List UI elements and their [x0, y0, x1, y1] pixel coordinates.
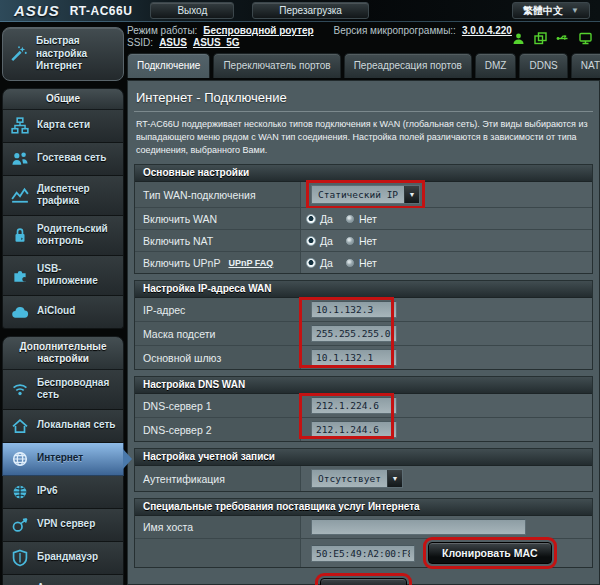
- sidebar-group-general: Общие Карта сети Гостевая сеть Диспетчер…: [2, 88, 124, 329]
- language-selector[interactable]: 繁體中文 ▼: [512, 2, 590, 19]
- reboot-button[interactable]: Перезагрузка: [252, 2, 369, 19]
- vpn-icon: [10, 516, 30, 534]
- chevron-down-icon: ▼: [387, 470, 402, 487]
- chevron-down-icon: ▼: [404, 186, 419, 203]
- nat-enable-no-radio[interactable]: Нет: [345, 235, 377, 247]
- wan-type-label: Тип WAN-подключения: [135, 182, 301, 207]
- radio-selected-icon: [306, 258, 316, 268]
- radio-unselected-icon: [345, 236, 355, 246]
- ssid-label: SSID:: [127, 37, 153, 48]
- wan-enable-label: Включить WAN: [135, 208, 301, 229]
- tab-bar: Подключение Переключатель портов Переадр…: [127, 53, 600, 78]
- router-model: RT-AC66U: [70, 4, 133, 18]
- magic-wand-icon: [9, 45, 29, 63]
- wifi-icon: [10, 380, 30, 398]
- clients-status-icon[interactable]: [512, 32, 525, 45]
- sidebar-item-guest-network[interactable]: Гостевая сеть: [2, 143, 124, 176]
- mac-address-input[interactable]: [311, 545, 415, 562]
- nat-enable-yes-radio[interactable]: Да: [306, 235, 333, 247]
- ssid-5g-link[interactable]: ASUS_5G: [193, 37, 240, 48]
- radio-unselected-icon: [345, 258, 355, 268]
- upnp-enable-no-radio[interactable]: Нет: [345, 257, 377, 269]
- hostname-input[interactable]: [311, 519, 526, 535]
- upnp-faq-link[interactable]: UPnP FAQ: [228, 258, 273, 268]
- ssid-24g-link[interactable]: ASUS: [159, 37, 187, 48]
- wan-type-select[interactable]: Статический IP ▼: [311, 185, 420, 204]
- firmware-version-link[interactable]: 3.0.0.4.220: [462, 25, 512, 36]
- sidebar-item-lan[interactable]: Локальная сеть: [2, 410, 124, 443]
- upnp-enable-radio-group: Да Нет: [306, 257, 377, 269]
- shield-icon: [10, 549, 30, 567]
- sidebar-item-administration[interactable]: Администри-рование: [2, 575, 124, 585]
- logout-button[interactable]: Выход: [150, 2, 234, 19]
- clone-mac-button[interactable]: Клонировать MAC: [428, 542, 552, 564]
- ip-address-input[interactable]: [311, 301, 397, 318]
- radio-unselected-icon: [345, 214, 355, 224]
- sidebar-item-firewall[interactable]: Брандмауэр: [2, 542, 124, 575]
- ipv6-globe-icon: [10, 483, 30, 501]
- dns2-label: DNS-сервер 2: [135, 418, 301, 441]
- quick-setup-button[interactable]: Быстрая настройка Интернет: [2, 27, 124, 81]
- section-basic-settings: Основные настройки Тип WAN-подключения С…: [134, 164, 593, 274]
- section-header-wan-ip: Настройка IP-адреса WAN: [135, 281, 592, 298]
- sidebar-item-network-map[interactable]: Карта сети: [2, 110, 124, 143]
- tab-ddns[interactable]: DDNS: [519, 53, 567, 78]
- radio-selected-icon: [306, 214, 316, 224]
- chevron-down-icon: ▼: [571, 6, 579, 15]
- upnp-enable-label: Включить UPnP: [143, 257, 220, 269]
- asus-logo: ASUS: [14, 2, 60, 19]
- house-icon: [10, 417, 30, 435]
- usb-status-icon[interactable]: [556, 32, 570, 45]
- tab-port-forwarding[interactable]: Переадресация портов: [344, 53, 472, 78]
- sidebar-item-wireless[interactable]: Беспроводная сеть: [2, 370, 124, 410]
- auth-label: Аутентификация: [135, 466, 301, 491]
- dns1-label: DNS-сервер 1: [135, 394, 301, 417]
- operation-mode-label: Режим работы:: [127, 25, 197, 36]
- traffic-manager-icon: [10, 186, 30, 204]
- auth-select[interactable]: Отсутствует ▼: [311, 469, 403, 488]
- operation-mode-link[interactable]: Беспроводной роутер: [203, 25, 313, 36]
- guest-network-icon: [10, 150, 30, 168]
- tab-port-trigger[interactable]: Переключатель портов: [213, 53, 340, 78]
- upnp-enable-yes-radio[interactable]: Да: [306, 257, 333, 269]
- section-header-dns: Настройка DNS WAN: [135, 377, 592, 394]
- apply-button[interactable]: Применить: [320, 578, 406, 585]
- tab-dmz[interactable]: DMZ: [475, 53, 517, 78]
- section-account: Настройка учетной записи Аутентификация …: [134, 448, 593, 492]
- sidebar-item-vpn-server[interactable]: VPN сервер: [2, 509, 124, 542]
- sidebar-item-aicloud[interactable]: AiCloud: [2, 296, 124, 329]
- sidebar: Быстрая настройка Интернет Общие Карта с…: [2, 27, 124, 585]
- quick-setup-label: Быстрая настройка Интернет: [36, 35, 117, 73]
- puzzle-piece-icon: [10, 266, 30, 284]
- section-isp-special: Специальные требования поставщика услуг …: [134, 498, 593, 568]
- firmware-label: Версия микропрограммы::: [334, 25, 456, 36]
- dns1-input[interactable]: [311, 397, 397, 414]
- section-wan-ip: Настройка IP-адреса WAN IP-адрес Маска п…: [134, 280, 593, 370]
- sidebar-item-traffic-manager[interactable]: Диспетчер трафика: [2, 176, 124, 216]
- guest-network-status-icon[interactable]: [534, 32, 547, 45]
- wan-enable-yes-radio[interactable]: Да: [306, 213, 333, 225]
- radio-selected-icon: [306, 236, 316, 246]
- lock-icon: [10, 226, 30, 244]
- group-title-general: Общие: [2, 88, 124, 110]
- sidebar-item-internet[interactable]: Интернет: [2, 443, 124, 476]
- sidebar-item-usb-application[interactable]: USB-приложение: [2, 256, 124, 296]
- page-description: RT-AC66U поддерживает несколько типов по…: [136, 118, 591, 157]
- ip-address-label: IP-адрес: [135, 298, 301, 321]
- tab-connection[interactable]: Подключение: [127, 53, 210, 78]
- subnet-mask-label: Маска подсети: [135, 322, 301, 345]
- section-header-basic: Основные настройки: [135, 165, 592, 182]
- sidebar-item-ipv6[interactable]: IPv6: [2, 476, 124, 509]
- sidebar-item-parental-control[interactable]: Родительский контроль: [2, 216, 124, 256]
- dns2-input[interactable]: [311, 421, 397, 438]
- gateway-input[interactable]: [311, 349, 397, 366]
- globe-icon: [10, 450, 30, 468]
- main-panel: Интернет - Подключение RT-AC66U поддержи…: [127, 80, 600, 585]
- tab-nat-passthrough[interactable]: NAT Passthrough: [571, 53, 600, 78]
- wan-enable-radio-group: Да Нет: [306, 213, 377, 225]
- apply-row: Применить: [134, 574, 593, 585]
- wan-enable-no-radio[interactable]: Нет: [345, 213, 377, 225]
- status-icon-group: [512, 32, 592, 45]
- printer-status-icon[interactable]: [579, 32, 592, 45]
- subnet-mask-input[interactable]: [311, 325, 397, 342]
